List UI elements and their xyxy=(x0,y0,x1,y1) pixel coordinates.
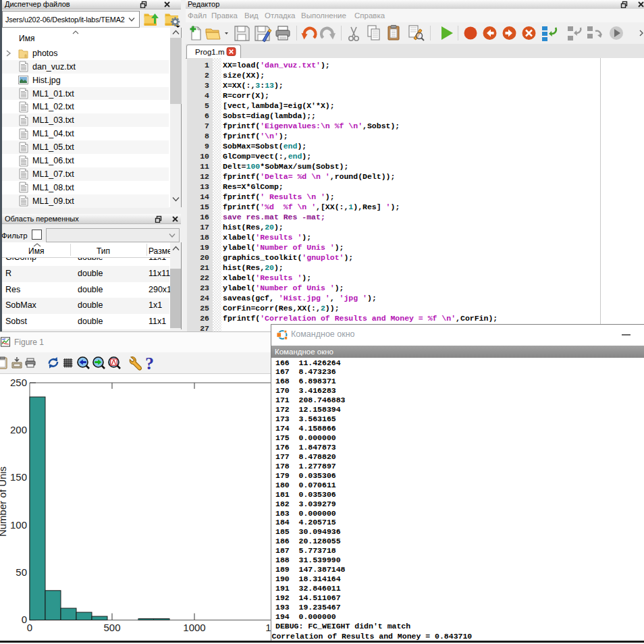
svg-text:250: 250 xyxy=(10,377,27,388)
svg-text:100: 100 xyxy=(10,519,27,531)
svg-text:200: 200 xyxy=(10,424,27,435)
svg-text:500: 500 xyxy=(103,622,120,633)
svg-text:?: ? xyxy=(145,354,154,373)
svg-text:1000: 1000 xyxy=(183,622,205,633)
svg-text:0: 0 xyxy=(27,622,32,633)
svg-text:50: 50 xyxy=(16,566,27,578)
svg-text:150: 150 xyxy=(10,471,27,483)
svg-text:0: 0 xyxy=(22,614,27,625)
svg-text:Number of Unis: Number of Unis xyxy=(0,466,8,537)
